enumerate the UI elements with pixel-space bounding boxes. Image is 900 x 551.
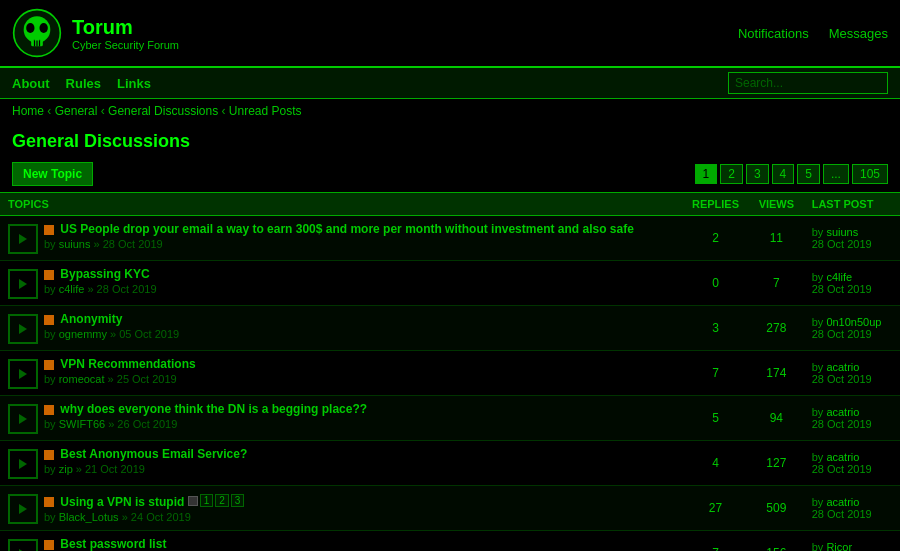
topic-author-link[interactable]: c4life	[59, 283, 85, 295]
topic-row-inner: why does everyone think the DN is a begg…	[8, 402, 674, 434]
last-post-author-link[interactable]: suiuns	[826, 226, 858, 238]
page-2[interactable]: 2	[720, 164, 743, 184]
sub-pages: 123	[188, 494, 245, 507]
messages-link[interactable]: Messages	[829, 26, 888, 41]
breadcrumb-home[interactable]: Home	[12, 104, 44, 118]
topic-meta: by romeocat » 25 Oct 2019	[44, 373, 196, 385]
topic-status-icon	[8, 269, 38, 299]
last-post-author-link[interactable]: c4life	[826, 271, 852, 283]
topic-status-icon	[8, 359, 38, 389]
nav-links-link[interactable]: Links	[117, 76, 151, 91]
topic-author-link[interactable]: zip	[59, 463, 73, 475]
topic-row-inner: Anonymity by ognemmy » 05 Oct 2019	[8, 312, 674, 344]
sub-page-link[interactable]: 2	[215, 494, 229, 507]
topic-title-link[interactable]: Best password list	[60, 537, 166, 551]
topic-title-link[interactable]: why does everyone think the DN is a begg…	[60, 402, 367, 416]
last-post-author-link[interactable]: acatrio	[826, 451, 859, 463]
new-topic-button[interactable]: New Topic	[12, 162, 93, 186]
last-post-author-link[interactable]: acatrio	[826, 496, 859, 508]
topic-row-inner: Bypassing KYC by c4life » 28 Oct 2019	[8, 267, 674, 299]
topic-title-link[interactable]: Anonymity	[60, 312, 122, 326]
breadcrumb-unread[interactable]: Unread Posts	[229, 104, 302, 118]
topic-title-link[interactable]: Bypassing KYC	[60, 267, 149, 281]
views-cell: 278	[749, 306, 804, 351]
page-5[interactable]: 5	[797, 164, 820, 184]
topic-cell: US People drop your email a way to earn …	[0, 216, 682, 261]
topic-status-icon	[8, 224, 38, 254]
page-title-bar: General Discussions	[0, 123, 900, 156]
topic-author-link[interactable]: SWIFT66	[59, 418, 105, 430]
col-replies: REPLIES	[682, 193, 749, 216]
site-title: Torum	[72, 16, 179, 39]
header: Torum Cyber Security Forum Notifications…	[0, 0, 900, 68]
logo-area: Torum Cyber Security Forum	[12, 8, 179, 58]
breadcrumb-general[interactable]: General	[55, 104, 98, 118]
page-ellipsis: ...	[823, 164, 849, 184]
replies-cell: 5	[682, 396, 749, 441]
topic-arrow-icon	[19, 234, 27, 244]
replies-cell: 3	[682, 306, 749, 351]
nav-rules[interactable]: Rules	[66, 76, 101, 91]
header-right: Notifications Messages	[738, 26, 888, 41]
topic-title-link[interactable]: Using a VPN is stupid	[60, 495, 184, 509]
topic-author-link[interactable]: romeocat	[59, 373, 105, 385]
page-105[interactable]: 105	[852, 164, 888, 184]
last-post-author-link[interactable]: acatrio	[826, 361, 859, 373]
page-1[interactable]: 1	[695, 164, 718, 184]
table-row: Best Anonymous Email Service? by zip » 2…	[0, 441, 900, 486]
col-views: VIEWS	[749, 193, 804, 216]
topic-info: Using a VPN is stupid 123 by Black_Lotus…	[44, 492, 244, 523]
topic-flag	[44, 450, 54, 460]
page-title: General Discussions	[12, 131, 888, 152]
last-post-author-link[interactable]: acatrio	[826, 406, 859, 418]
replies-cell: 27	[682, 486, 749, 531]
page-3[interactable]: 3	[746, 164, 769, 184]
last-post-cell: by suiuns28 Oct 2019	[804, 216, 900, 261]
topic-icon-box	[8, 494, 38, 524]
navbar: About Rules Links	[0, 68, 900, 99]
table-row: US People drop your email a way to earn …	[0, 216, 900, 261]
sub-page-link[interactable]: 1	[200, 494, 214, 507]
table-row: why does everyone think the DN is a begg…	[0, 396, 900, 441]
table-row: Anonymity by ognemmy » 05 Oct 2019 3278b…	[0, 306, 900, 351]
search-input[interactable]	[728, 72, 888, 94]
nav-about[interactable]: About	[12, 76, 50, 91]
topic-status-icon	[8, 494, 38, 524]
replies-cell: 7	[682, 351, 749, 396]
notifications-link[interactable]: Notifications	[738, 26, 809, 41]
topic-cell: VPN Recommendations by romeocat » 25 Oct…	[0, 351, 682, 396]
sub-page-link[interactable]: 3	[231, 494, 245, 507]
topic-author-link[interactable]: Black_Lotus	[59, 511, 119, 523]
svg-point-2	[26, 23, 34, 33]
logo-text: Torum Cyber Security Forum	[72, 16, 179, 51]
topic-flag	[44, 405, 54, 415]
topic-flag	[44, 540, 54, 550]
last-post-author-link[interactable]: 0n10n50up	[826, 316, 881, 328]
topic-icon-box	[8, 404, 38, 434]
replies-cell: 7	[682, 531, 749, 552]
views-cell: 94	[749, 396, 804, 441]
page-4[interactable]: 4	[772, 164, 795, 184]
topic-author-link[interactable]: suiuns	[59, 238, 91, 250]
topic-icon-box	[8, 449, 38, 479]
topic-info: why does everyone think the DN is a begg…	[44, 402, 367, 430]
topic-info: US People drop your email a way to earn …	[44, 222, 634, 250]
table-header-row: TOPICS REPLIES VIEWS LAST POST	[0, 193, 900, 216]
topic-title-link[interactable]: Best Anonymous Email Service?	[60, 447, 247, 461]
breadcrumb-general-discussions[interactable]: General Discussions	[108, 104, 218, 118]
last-post-cell: by c4life28 Oct 2019	[804, 261, 900, 306]
topic-cell: Using a VPN is stupid 123 by Black_Lotus…	[0, 486, 682, 531]
topic-icon-box	[8, 224, 38, 254]
topic-author-link[interactable]: ognemmy	[59, 328, 107, 340]
last-post-author-link[interactable]: Ricor	[826, 541, 852, 551]
topic-status-icon	[8, 539, 38, 551]
topic-arrow-icon	[19, 459, 27, 469]
topic-icon-box	[8, 539, 38, 551]
svg-rect-8	[35, 36, 40, 40]
col-topics: TOPICS	[0, 193, 682, 216]
topic-title-link[interactable]: US People drop your email a way to earn …	[60, 222, 633, 236]
site-subtitle: Cyber Security Forum	[72, 39, 179, 51]
views-cell: 156	[749, 531, 804, 552]
pages-icon	[188, 496, 198, 506]
topic-title-link[interactable]: VPN Recommendations	[60, 357, 195, 371]
